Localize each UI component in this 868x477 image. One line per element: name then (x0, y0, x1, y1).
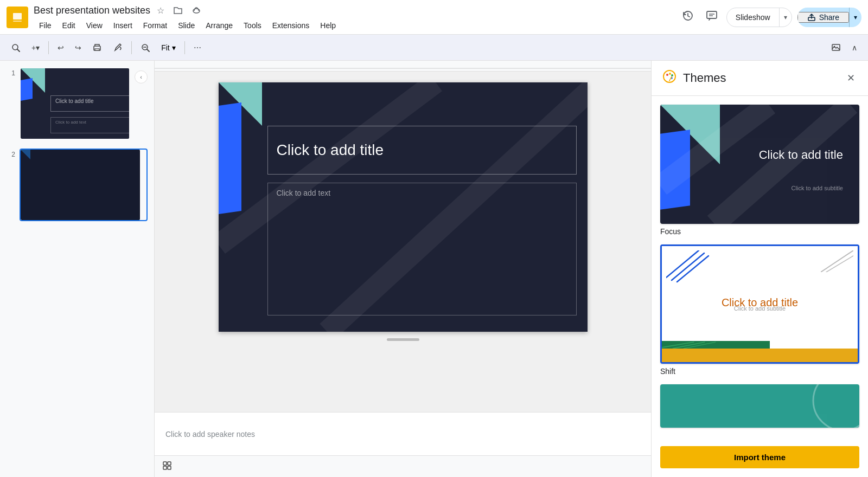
slide-1-decoration (21, 68, 45, 101)
undo-button[interactable]: ↩ (53, 40, 68, 55)
svg-rect-23 (168, 462, 171, 465)
theme-preview-teal (660, 384, 859, 428)
shift-subtitle-text: Click to add subtitle (734, 305, 786, 312)
panel-collapse-button[interactable]: ‹ (135, 70, 148, 83)
themes-panel: Themes ✕ Click to add title Cl (651, 61, 868, 477)
slideshow-button-group: Slideshow ▾ (726, 8, 792, 27)
slide-thumbnail-2[interactable] (20, 149, 148, 221)
slide-1-canvas: Click to add title Click to add text (21, 68, 130, 139)
menu-view[interactable]: View (81, 19, 108, 32)
more-options-button[interactable]: ⋯ (189, 40, 206, 55)
top-bar: Best presentation websites ☆ File Edit V… (0, 0, 868, 35)
folder-button[interactable] (171, 3, 185, 19)
zoom-level-select[interactable]: Fit ▾ (157, 41, 180, 54)
grid-view-button[interactable] (159, 457, 175, 476)
shift-gold-bar (662, 349, 858, 362)
svg-line-35 (677, 256, 709, 282)
slideshow-dropdown-button[interactable]: ▾ (779, 8, 792, 27)
menu-edit[interactable]: Edit (57, 19, 81, 32)
slideshow-main-button[interactable]: Slideshow (727, 8, 779, 27)
theme-preview-focus: Click to add title Click to add subtitle (660, 105, 859, 224)
print-button[interactable] (88, 40, 106, 56)
menu-arrange[interactable]: Arrange (200, 19, 238, 32)
svg-line-14 (147, 49, 149, 51)
shift-gray-strokes (821, 250, 853, 274)
insert-image-button[interactable] (827, 40, 845, 56)
svg-rect-24 (163, 466, 167, 469)
svg-rect-2 (13, 21, 22, 22)
svg-point-27 (666, 74, 668, 76)
svg-rect-5 (707, 11, 717, 18)
share-button-group: Share ▾ (797, 8, 861, 27)
svg-rect-25 (168, 466, 171, 469)
right-controls: Slideshow ▾ Share ▾ (679, 7, 861, 28)
menu-insert[interactable]: Insert (108, 19, 138, 32)
themes-list: Click to add title Click to add subtitle… (652, 96, 868, 437)
svg-line-10 (17, 49, 20, 51)
main-slide-canvas[interactable]: Click to add title Click to add text (219, 82, 588, 332)
share-main-button[interactable]: Share (797, 12, 849, 23)
comments-button[interactable] (703, 7, 721, 28)
doc-icons: ☆ (155, 3, 203, 19)
zoom-out-button[interactable] (136, 40, 155, 56)
shift-green-strip (662, 341, 770, 349)
themes-header: Themes ✕ (652, 61, 868, 96)
cloud-button[interactable] (189, 3, 203, 19)
speaker-notes-placeholder: Click to add speaker notes (165, 430, 255, 439)
svg-point-17 (834, 46, 835, 47)
theme-item-shift[interactable]: Click to add title Click to add subtitle (660, 244, 859, 376)
ruler-svg (155, 61, 651, 72)
menu-slide[interactable]: Slide (173, 19, 200, 32)
menu-extensions[interactable]: Extensions (267, 19, 315, 32)
zoom-step-button[interactable]: +▾ (27, 40, 44, 55)
focus-preview-bg: Click to add title Click to add subtitle (660, 105, 859, 224)
svg-rect-18 (155, 61, 651, 72)
toolbar-divider-2 (131, 41, 132, 54)
redo-button[interactable]: ↪ (71, 40, 86, 55)
svg-line-34 (672, 253, 704, 280)
share-dropdown-button[interactable]: ▾ (849, 8, 861, 27)
svg-line-31 (660, 105, 769, 186)
shift-preview-bg: Click to add title Click to add subtitle (660, 244, 859, 364)
theme-preview-shift: Click to add title Click to add subtitle (660, 244, 859, 364)
shift-green-strokes (662, 341, 770, 349)
star-button[interactable]: ☆ (155, 3, 167, 18)
paint-format-button[interactable] (108, 40, 127, 56)
slide-number-1: 1 (7, 69, 15, 77)
canvas-scroll: Click to add title Click to add text (155, 72, 651, 412)
theme-item-focus[interactable]: Click to add title Click to add subtitle… (660, 105, 859, 236)
menu-format[interactable]: Format (138, 19, 173, 32)
app-icon (7, 7, 28, 28)
slide-thumb-2: 2 (4, 146, 150, 223)
svg-line-21 (327, 82, 588, 332)
document-title[interactable]: Best presentation websites (34, 5, 150, 16)
slide-thumbnail-1[interactable]: Click to add title Click to add text (20, 67, 130, 140)
slide-bg-lines (219, 82, 588, 332)
themes-palette-icon (662, 69, 676, 87)
svg-point-28 (669, 73, 671, 75)
menu-file[interactable]: File (34, 19, 57, 32)
themes-title: Themes (683, 71, 838, 85)
menu-help[interactable]: Help (315, 19, 341, 32)
svg-point-29 (671, 74, 673, 76)
focus-bg-lines (660, 105, 859, 224)
document-title-row: Best presentation websites ☆ (34, 3, 341, 19)
svg-rect-22 (163, 462, 167, 465)
collapse-panel-button[interactable]: ∧ (847, 40, 861, 55)
themes-close-button[interactable]: ✕ (845, 70, 857, 86)
toolbar-right: ∧ (827, 40, 861, 56)
theme-item-teal[interactable] (660, 384, 859, 428)
focus-subtitle-text: Click to add subtitle (792, 185, 843, 191)
import-theme-button[interactable]: Import theme (660, 446, 859, 468)
slide-2-canvas (21, 150, 140, 220)
teal-preview-bg (660, 384, 859, 428)
history-button[interactable] (679, 7, 697, 28)
menu-tools[interactable]: Tools (238, 19, 267, 32)
theme-name-shift: Shift (660, 367, 859, 376)
focus-title-text: Click to add title (759, 148, 843, 162)
svg-rect-1 (13, 13, 22, 20)
speaker-notes[interactable]: Click to add speaker notes (155, 412, 651, 455)
canvas-area: Click to add title Click to add text (155, 61, 651, 477)
zoom-in-button[interactable] (7, 40, 25, 56)
svg-rect-12 (95, 49, 99, 50)
